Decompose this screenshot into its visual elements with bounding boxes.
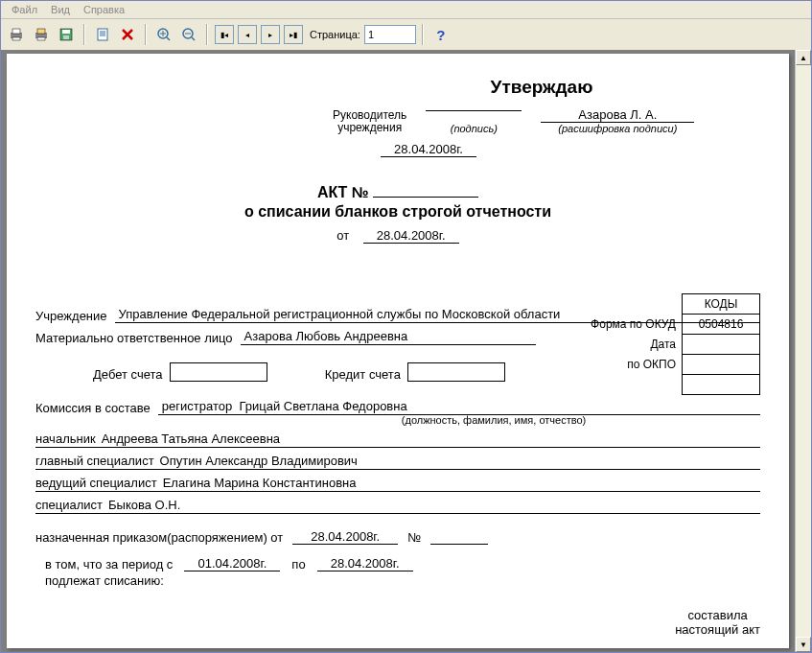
menubar: Файл Вид Справка	[1, 1, 811, 19]
prev-page-icon[interactable]: ◂	[238, 25, 257, 44]
mol-value: Азарова Любовь Андреевна	[241, 329, 536, 345]
first-page-icon[interactable]: ▮◂	[215, 25, 234, 44]
credit-group: Кредит счета	[325, 362, 505, 382]
svg-line-16	[167, 37, 170, 40]
member-name: Опутин Александр Владимирович	[160, 454, 358, 468]
member-role: начальник	[35, 431, 96, 446]
commission-caption: (должность, фамилия, имя, отчество)	[227, 414, 760, 426]
member-row: ведущий специалист Елагина Марина Конста…	[35, 476, 760, 492]
svg-rect-9	[98, 29, 107, 40]
from-label: от	[336, 228, 349, 243]
svg-rect-1	[12, 29, 20, 34]
head-name: Азарова Л. А.	[541, 107, 694, 122]
paper-viewport: Утверждаю Руководитель учреждения (подпи…	[1, 50, 795, 652]
commission-lead-role: регистратор	[162, 399, 232, 413]
zoom-in-icon[interactable]	[152, 23, 175, 46]
debet-label: Дебет счета	[93, 367, 163, 382]
member-name: Быкова О.Н.	[108, 498, 180, 512]
codes-head: КОДЫ	[683, 294, 760, 315]
writeoff-label: подлежат списанию:	[35, 573, 760, 588]
commission-lead: регистратор Грицай Светлана Федоровна	[158, 399, 760, 415]
save-icon[interactable]	[55, 23, 78, 46]
scroll-down-icon[interactable]: ▼	[796, 637, 811, 652]
help-icon[interactable]: ?	[429, 23, 452, 46]
order-no-blank	[430, 529, 488, 545]
decode-caption: (расшифровка подписи)	[541, 123, 694, 134]
member-row: главный специалист Опутин Александр Влад…	[35, 454, 760, 470]
from-date-value: 28.04.2008г.	[363, 228, 459, 244]
period-to: 28.04.2008г.	[317, 556, 413, 571]
member-name: Елагина Марина Константиновна	[163, 476, 357, 490]
menu-view[interactable]: Вид	[44, 2, 77, 17]
commission-row: Комиссия в составе регистратор Грицай Св…	[35, 399, 760, 415]
codes-box: КОДЫ Форма по ОКУД 0504816 Дата по ОКПО	[590, 293, 760, 395]
toolbar-separator	[83, 24, 85, 45]
period-label: в том, что за период с	[45, 557, 173, 571]
next-page-icon[interactable]: ▸	[261, 25, 280, 44]
scroll-track[interactable]	[796, 65, 811, 637]
compiled-line1: составила	[687, 608, 747, 622]
head-name-slot: Азарова Л. А. (расшифровка подписи)	[541, 107, 694, 134]
compiled-note: составила настоящий акт	[675, 608, 760, 637]
okpo-label: по ОКПО	[590, 355, 682, 375]
last-page-icon[interactable]: ▸▮	[284, 25, 303, 44]
toolbar-separator	[145, 24, 147, 45]
close-icon[interactable]	[116, 23, 139, 46]
toolbar: ▮◂ ◂ ▸ ▸▮ Страница: ?	[1, 19, 811, 51]
act-subtitle: о списании бланков строгой отчетности	[35, 203, 760, 221]
period-from: 01.04.2008г.	[184, 556, 280, 571]
date-code-value	[683, 335, 760, 355]
institution-label: Учреждение	[35, 309, 107, 323]
vertical-scrollbar[interactable]: ▲ ▼	[795, 50, 811, 652]
svg-rect-7	[62, 30, 70, 34]
page-number-input[interactable]	[364, 25, 416, 44]
period-to-label: по	[291, 557, 305, 571]
menu-help[interactable]: Справка	[77, 2, 131, 17]
approve-date-value: 28.04.2008г.	[381, 142, 476, 157]
approve-date: 28.04.2008г.	[371, 142, 486, 157]
commission-label: Комиссия в составе	[35, 401, 151, 415]
credit-box	[407, 362, 505, 382]
okud-label: Форма по ОКУД	[590, 315, 682, 335]
svg-rect-8	[63, 35, 69, 39]
app-window: Файл Вид Справка ▮◂ ◂ ▸ ▸▮ С	[0, 0, 812, 653]
mol-label: Материально ответственное лицо	[35, 331, 233, 345]
debet-box	[170, 362, 267, 382]
member-role: ведущий специалист	[35, 476, 157, 490]
print-setup-icon[interactable]	[30, 23, 53, 46]
page-label: Страница:	[310, 29, 360, 40]
member-role: главный специалист	[35, 454, 154, 468]
svg-rect-4	[37, 29, 45, 34]
head-label: Руководитель учреждения	[333, 109, 406, 134]
date-code-label: Дата	[590, 335, 682, 355]
scroll-up-icon[interactable]: ▲	[796, 50, 811, 65]
member-row: начальник Андреева Татьяна Алексеевна	[35, 431, 760, 448]
order-date: 28.04.2008г.	[292, 529, 398, 545]
act-number-row: АКТ №	[35, 184, 760, 201]
debet-group: Дебет счета	[93, 362, 267, 382]
signature-caption: (подпись)	[426, 123, 522, 134]
head-label-line1: Руководитель	[333, 108, 406, 122]
member-row: специалист Быкова О.Н.	[35, 498, 760, 514]
svg-rect-5	[37, 37, 45, 40]
zoom-out-icon[interactable]	[177, 23, 200, 46]
signature-slot: (подпись)	[426, 110, 522, 134]
from-date-row: от 28.04.2008г.	[35, 228, 760, 244]
approve-row: Руководитель учреждения (подпись) Азаров…	[333, 107, 760, 134]
page-icon[interactable]	[91, 23, 114, 46]
svg-rect-2	[12, 37, 20, 40]
document-page: Утверждаю Руководитель учреждения (подпи…	[7, 54, 789, 648]
compiled-line2: настоящий акт	[675, 622, 760, 637]
print-icon[interactable]	[5, 23, 28, 46]
order-no-label: №	[407, 530, 421, 545]
approve-title: Утверждаю	[323, 77, 760, 98]
content-area: Утверждаю Руководитель учреждения (подпи…	[1, 50, 811, 652]
act-no-label: АКТ №	[317, 184, 369, 200]
svg-line-20	[192, 37, 195, 40]
credit-label: Кредит счета	[325, 367, 401, 382]
order-label: назначенная приказом(распоряжением) от	[35, 530, 283, 545]
period-row: в том, что за период с 01.04.2008г. по 2…	[35, 556, 760, 571]
toolbar-separator	[206, 24, 208, 45]
commission-lead-name: Грицай Светлана Федоровна	[239, 399, 406, 413]
menu-file[interactable]: Файл	[5, 2, 44, 17]
